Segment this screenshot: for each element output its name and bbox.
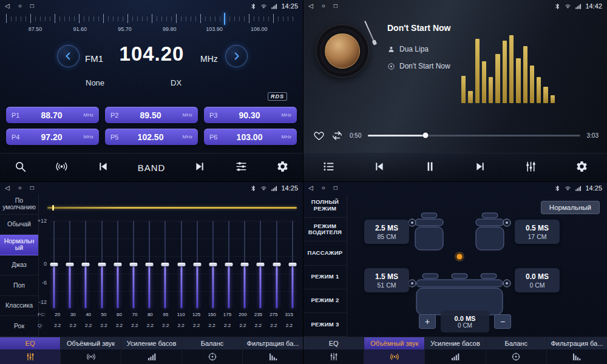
eq-band-slider[interactable] bbox=[209, 221, 217, 308]
tab-filter[interactable]: Фильтрация ба... bbox=[547, 337, 607, 364]
tab-bass[interactable]: Усиление басов bbox=[121, 337, 182, 364]
front-left-delay[interactable]: 2.5 MS 85 CM bbox=[364, 220, 409, 244]
tab-surround[interactable]: Объёмный звук bbox=[364, 337, 425, 364]
eq-preset-item[interactable]: Поп bbox=[0, 275, 38, 296]
eq-band-slider[interactable] bbox=[273, 221, 281, 308]
eq-band-slider[interactable] bbox=[288, 221, 297, 308]
slider-knob[interactable] bbox=[129, 263, 137, 266]
home-icon[interactable]: ○ bbox=[18, 3, 22, 9]
eq-preset-item[interactable]: Джаз bbox=[0, 255, 38, 276]
eq-band-slider[interactable] bbox=[225, 221, 233, 308]
favorite-icon[interactable] bbox=[313, 130, 325, 141]
slider-knob[interactable] bbox=[288, 263, 296, 266]
eq-band-slider[interactable] bbox=[66, 221, 74, 308]
tab-balance[interactable]: Баланс bbox=[486, 337, 547, 364]
eq-band-slider[interactable] bbox=[98, 221, 106, 308]
slider-knob[interactable] bbox=[257, 263, 265, 266]
repeat-icon[interactable] bbox=[331, 130, 343, 141]
slider-knob[interactable] bbox=[177, 263, 185, 266]
back-icon[interactable]: ◁ bbox=[308, 185, 313, 191]
back-icon[interactable]: ◁ bbox=[308, 3, 313, 9]
sound-profile-button[interactable]: Нормальный bbox=[541, 201, 600, 214]
slider-knob[interactable] bbox=[146, 263, 154, 266]
tab-filter[interactable]: Фильтрация ба... bbox=[243, 337, 303, 364]
slider-knob[interactable] bbox=[193, 263, 201, 266]
home-icon[interactable]: ○ bbox=[322, 185, 325, 191]
eq-band-slider[interactable] bbox=[50, 221, 58, 308]
tab-bass[interactable]: Усиление басов bbox=[425, 337, 486, 364]
settings-button[interactable] bbox=[276, 160, 289, 175]
previous-track-button[interactable] bbox=[373, 160, 385, 175]
radio-preset-button[interactable]: P497.20MHz bbox=[6, 129, 99, 145]
slider-knob[interactable] bbox=[114, 263, 121, 266]
recents-icon[interactable]: □ bbox=[334, 3, 337, 9]
radio-preset-button[interactable]: P390.30MHz bbox=[204, 107, 297, 123]
tab-eq[interactable]: EQ bbox=[0, 337, 61, 364]
master-level-slider[interactable] bbox=[47, 207, 297, 209]
decrease-delay-button[interactable]: − bbox=[494, 314, 511, 329]
eq-band-slider[interactable] bbox=[81, 221, 90, 308]
next-track-button[interactable] bbox=[474, 160, 487, 175]
home-icon[interactable]: ○ bbox=[18, 185, 22, 191]
surround-mode-item[interactable]: РЕЖИМ ВОДИТЕЛЯ bbox=[304, 218, 347, 241]
increase-delay-button[interactable]: + bbox=[419, 314, 436, 329]
radio-preset-button[interactable]: P289.50MHz bbox=[105, 107, 198, 123]
back-icon[interactable]: ◁ bbox=[5, 3, 10, 9]
radio-preset-button[interactable]: P188.70MHz bbox=[6, 107, 99, 123]
scan-stations-button[interactable] bbox=[55, 160, 68, 175]
slider-knob[interactable] bbox=[98, 263, 106, 266]
slider-knob[interactable] bbox=[241, 263, 249, 266]
surround-mode-item[interactable]: РЕЖИМ 1 bbox=[304, 266, 347, 289]
surround-mode-item[interactable]: ПАССАЖИР bbox=[304, 241, 347, 265]
slider-knob[interactable] bbox=[66, 263, 74, 266]
eq-preset-item[interactable]: Обычай bbox=[0, 215, 38, 235]
eq-band-slider[interactable] bbox=[177, 221, 186, 308]
recents-icon[interactable]: □ bbox=[334, 185, 337, 191]
search-button[interactable] bbox=[14, 160, 27, 175]
next-station-button[interactable] bbox=[194, 160, 206, 175]
tune-down-button[interactable] bbox=[57, 45, 80, 67]
home-icon[interactable]: ○ bbox=[322, 3, 325, 9]
settings-button[interactable] bbox=[575, 160, 588, 175]
tab-eq[interactable]: EQ bbox=[304, 337, 364, 364]
eq-band-slider[interactable] bbox=[129, 221, 138, 308]
rear-right-delay[interactable]: 0.0 MS 0 CM bbox=[515, 268, 560, 292]
surround-mode-item[interactable]: РЕЖИМ 2 bbox=[304, 289, 347, 313]
equalizer-button[interactable] bbox=[524, 160, 537, 175]
pause-button[interactable] bbox=[424, 160, 436, 175]
previous-station-button[interactable] bbox=[97, 160, 109, 175]
surround-mode-item[interactable]: ПОЛНЫЙ РЕЖИМ bbox=[304, 194, 347, 218]
eq-band-slider[interactable] bbox=[256, 221, 265, 308]
slider-knob[interactable] bbox=[50, 263, 58, 266]
slider-knob[interactable] bbox=[225, 263, 233, 266]
eq-preset-item[interactable]: Классика bbox=[0, 296, 38, 317]
frequency-scale[interactable]: 87.5091.6095.7099.80103.90108.00 bbox=[6, 14, 297, 38]
eq-band-slider[interactable] bbox=[193, 221, 202, 308]
back-icon[interactable]: ◁ bbox=[5, 185, 10, 191]
eq-band-slider[interactable] bbox=[161, 221, 169, 308]
surround-mode-item[interactable]: РЕЖИМ 3 bbox=[304, 313, 347, 337]
slider-knob[interactable] bbox=[161, 263, 169, 266]
radio-preset-button[interactable]: P6103.00MHz bbox=[204, 129, 297, 145]
eq-band-slider[interactable] bbox=[145, 221, 154, 308]
audio-settings-button[interactable] bbox=[235, 160, 248, 175]
slider-knob[interactable] bbox=[273, 263, 280, 266]
recents-icon[interactable]: □ bbox=[30, 185, 34, 191]
radio-preset-button[interactable]: P5102.50MHz bbox=[105, 129, 198, 145]
eq-preset-item[interactable]: По умолчанию bbox=[0, 194, 38, 215]
eq-band-slider[interactable] bbox=[240, 221, 249, 308]
eq-band-slider[interactable] bbox=[114, 221, 122, 308]
playlist-button[interactable] bbox=[322, 160, 335, 175]
frequency-pointer[interactable] bbox=[224, 13, 225, 25]
tab-balance[interactable]: Баланс bbox=[182, 337, 243, 364]
front-right-delay[interactable]: 0.5 MS 17 CM bbox=[515, 220, 560, 244]
seek-bar[interactable] bbox=[368, 135, 580, 136]
band-button[interactable]: BAND bbox=[138, 163, 166, 173]
tab-surround[interactable]: Объёмный звук bbox=[61, 337, 121, 364]
eq-preset-item[interactable]: Рок bbox=[0, 316, 38, 337]
tune-up-button[interactable] bbox=[225, 45, 248, 67]
slider-knob[interactable] bbox=[82, 263, 90, 266]
rear-left-delay[interactable]: 1.5 MS 51 CM bbox=[364, 268, 409, 292]
recents-icon[interactable]: □ bbox=[30, 3, 34, 9]
progress-knob[interactable] bbox=[422, 133, 428, 138]
